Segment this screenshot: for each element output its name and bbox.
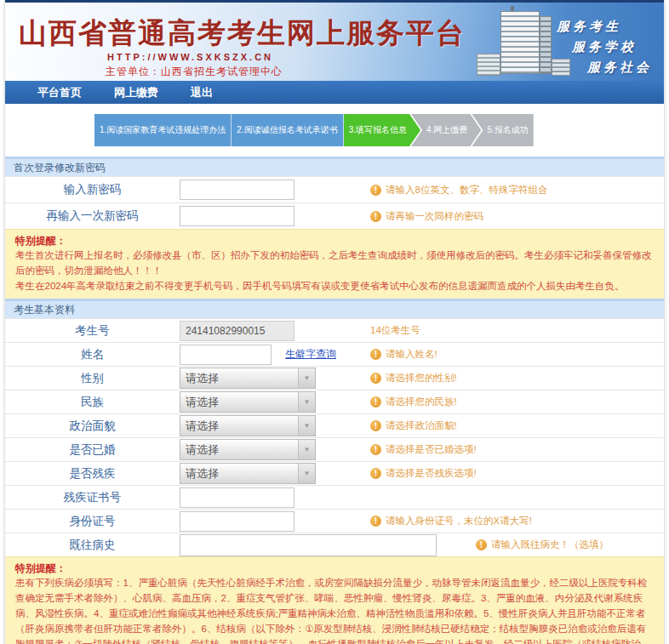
- warning-icon: !: [370, 468, 381, 479]
- slogan-item: 服务考生: [557, 16, 652, 37]
- chevron-down-icon: ▼: [298, 392, 315, 412]
- warning-icon: !: [476, 539, 487, 550]
- site-organizer: 主管单位：山西省招生考试管理中心: [106, 65, 283, 79]
- slogan-item: 服务学校: [572, 37, 652, 57]
- step-pay-online: 4.网上缴费: [411, 114, 481, 146]
- hint-text: 请选择您的民族!: [386, 396, 457, 408]
- married-label: 是否已婚: [5, 442, 180, 458]
- warning-icon: !: [370, 185, 381, 196]
- step-fill-info-active: 3.填写报名信息: [344, 114, 420, 146]
- hint-text: 14位考生号: [370, 324, 420, 337]
- disease-notice: 特别提醒： 患有下列疾病必须填写：1、严重心脏病（先天性心脏病经手术治愈，或房室…: [5, 556, 664, 644]
- medical-history-label: 既往病史: [5, 538, 180, 553]
- nav-item-logout[interactable]: 退出: [191, 85, 213, 100]
- nav-item-home[interactable]: 平台首页: [37, 85, 82, 100]
- political-status-select[interactable]: 请选择 ▼: [180, 415, 316, 436]
- gender-hint: ! 请选择您的性别!: [370, 372, 457, 385]
- select-value: 请选择: [186, 466, 219, 482]
- medical-history-input[interactable]: [180, 534, 437, 556]
- chevron-down-icon: ▼: [298, 368, 315, 388]
- new-password-hint: ! 请输入8位英文、数字、特殊字符组合: [370, 184, 547, 197]
- ethnicity-label: 民族: [5, 395, 180, 410]
- hint-text: 请输入姓名!: [386, 348, 437, 361]
- hint-text: 请选择您的性别!: [386, 372, 457, 385]
- section-password-title: 首次登录修改新密码: [5, 157, 664, 176]
- chevron-down-icon: ▼: [298, 440, 315, 459]
- new-password-input[interactable]: [180, 180, 294, 200]
- hint-text: 请输入身份证号，末位的X请大写!: [386, 515, 532, 527]
- hint-text: 请选择是否已婚选项!: [386, 443, 477, 456]
- political-status-hint: ! 请选择政治面貌!: [370, 419, 457, 432]
- notice-line: 考生在2024年高考录取结束之前不得变更手机号码，因手机号码填写有误或变更使省考…: [15, 279, 654, 294]
- new-password-label: 输入新密码: [5, 182, 180, 197]
- disabled-label: 是否残疾: [5, 466, 180, 482]
- row-married: 是否已婚 请选择 ▼ ! 请选择是否已婚选项!: [5, 437, 664, 461]
- row-ethnicity: 民族 请选择 ▼ ! 请选择您的民族!: [5, 390, 664, 413]
- id-number-label: 身份证号: [5, 514, 180, 529]
- notice-title: 特别提醒：: [15, 234, 654, 248]
- chevron-down-icon: ▼: [298, 464, 315, 483]
- rare-character-lookup-link[interactable]: 生僻字查询: [285, 347, 336, 362]
- notice-text: 患有下列疾病必须填写：1、严重心脏病（先天性心脏病经手术治愈，或房室间隔缺损分流…: [15, 576, 654, 644]
- warning-icon: !: [370, 373, 381, 384]
- row-confirm-password: 再输入一次新密码 ! 请再输一次同样的密码: [5, 202, 664, 229]
- progress-steps: 1.阅读国家教育考试违规处理办法 2.阅读诚信报名考试承诺书 3.填写报名信息 …: [5, 104, 664, 157]
- gender-select[interactable]: 请选择 ▼: [180, 368, 316, 389]
- candidate-number-hint: 14位考生号: [370, 324, 420, 337]
- select-value: 请选择: [186, 442, 219, 458]
- warning-icon: !: [370, 444, 381, 455]
- hint-text: 请输入8位英文、数字、特殊字符组合: [386, 184, 547, 197]
- warning-icon: !: [370, 420, 381, 431]
- name-hint: ! 请输入姓名!: [370, 348, 437, 361]
- select-value: 请选择: [186, 371, 219, 386]
- row-gender: 性别 请选择 ▼ ! 请选择您的性别!: [5, 366, 664, 390]
- select-value: 请选择: [186, 395, 219, 410]
- id-number-hint: ! 请输入身份证号，末位的X请大写!: [370, 515, 532, 527]
- id-number-input[interactable]: [180, 511, 294, 532]
- section-basic-title: 考生基本资料: [5, 299, 664, 318]
- hint-text: 请再输一次同样的密码: [386, 210, 483, 223]
- hint-text: 请选择是否残疾选项!: [386, 467, 477, 480]
- site-url: HTTP://WWW.SXKSZX.CN: [107, 52, 273, 62]
- chevron-down-icon: ▼: [298, 416, 315, 436]
- row-id-number: 身份证号 ! 请输入身份证号，末位的X请大写!: [5, 509, 664, 533]
- select-value: 请选择: [186, 419, 219, 434]
- medical-history-hint: ! 请输入既往病史！（选填）: [476, 539, 609, 551]
- site-title: 山西省普通高考考生网上服务平台: [19, 14, 466, 53]
- gender-label: 性别: [5, 371, 180, 386]
- ethnicity-select[interactable]: 请选择 ▼: [180, 391, 316, 413]
- ethnicity-hint: ! 请选择您的民族!: [370, 396, 457, 408]
- married-hint: ! 请选择是否已婚选项!: [370, 443, 477, 456]
- header-banner: 山西省普通高考考生网上服务平台 HTTP://WWW.SXKSZX.CN 主管单…: [5, 3, 664, 81]
- row-name: 姓名 生僻字查询 ! 请输入姓名!: [5, 342, 664, 366]
- password-notice: 特别提醒： 考生首次进行网上报名时，必须修改县（市、区）招办下发的初始密码，之后…: [5, 229, 664, 299]
- row-medical-history: 既往病史 ! 请输入既往病史！（选填）: [5, 533, 664, 556]
- row-new-password: 输入新密码 ! 请输入8位英文、数字、特殊字符组合: [5, 176, 664, 202]
- nav-item-payment[interactable]: 网上缴费: [114, 85, 158, 100]
- row-disabled: 是否残疾 请选择 ▼ ! 请选择是否残疾选项!: [5, 461, 664, 485]
- notice-line: 考生首次进行网上报名时，必须修改县（市、区）招办下发的初始密码，之后考生查询成绩…: [15, 248, 654, 279]
- confirm-password-input[interactable]: [180, 206, 294, 226]
- row-disability-cert: 残疾证书号: [5, 485, 664, 509]
- candidate-number-label: 考生号: [5, 323, 180, 339]
- confirm-password-hint: ! 请再输一次同样的密码: [370, 210, 483, 223]
- step-read-rules: 1.阅读国家教育考试违规处理办法: [94, 114, 232, 146]
- confirm-password-label: 再输入一次新密码: [5, 208, 180, 224]
- disabled-select[interactable]: 请选择 ▼: [180, 463, 316, 484]
- slogan-item: 服务社会: [587, 57, 652, 77]
- hint-text: 请选择政治面貌!: [386, 419, 457, 432]
- step-read-commitment: 2.阅读诚信报名考试承诺书: [232, 114, 343, 146]
- warning-icon: !: [370, 349, 381, 360]
- name-input[interactable]: [180, 345, 272, 365]
- candidate-number-input: [180, 321, 294, 341]
- notice-title: 特别提醒：: [15, 561, 654, 576]
- warning-icon: !: [370, 211, 381, 222]
- disabled-hint: ! 请选择是否残疾选项!: [370, 467, 477, 480]
- page: 山西省普通高考考生网上服务平台 HTTP://WWW.SXKSZX.CN 主管单…: [5, 0, 664, 644]
- warning-icon: !: [370, 516, 381, 527]
- disability-cert-input[interactable]: [180, 487, 294, 508]
- main-nav: 平台首页 网上缴费 退出: [5, 81, 664, 104]
- disability-cert-label: 残疾证书号: [5, 490, 180, 505]
- married-select[interactable]: 请选择 ▼: [180, 439, 316, 460]
- hint-text: 请输入既往病史！（选填）: [491, 539, 609, 551]
